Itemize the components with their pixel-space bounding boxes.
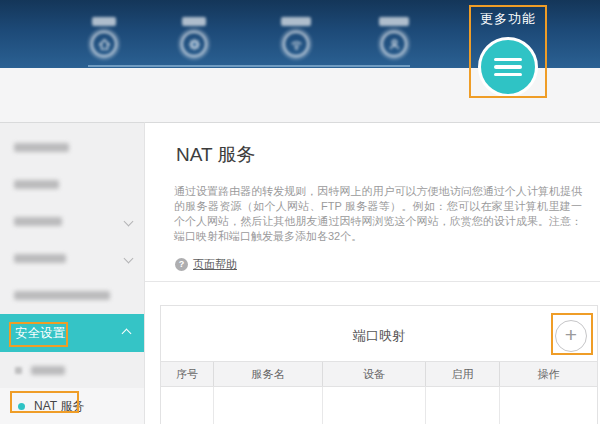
redacted-nav-label [182,17,206,26]
hamburger-icon [494,58,522,62]
sidebar-subitem-nat-service[interactable]: NAT 服务 [0,388,144,424]
sidebar: 安全设置 NAT 服务 [0,122,145,424]
column-header-service: 服务名 [214,362,323,386]
column-header-device: 设备 [323,362,426,386]
chevron-up-icon [122,328,132,338]
home-icon [91,31,117,57]
redacted-nav-label [92,17,116,26]
router-admin-screen: 更多功能 安全设置 [0,0,600,424]
column-header-enable: 启用 [426,362,500,386]
column-header-index: 序号 [161,362,214,386]
gear-icon [181,31,207,57]
page-title: NAT 服务 [176,142,600,168]
security-settings-label: 安全设置 [15,325,65,342]
more-functions-button[interactable] [478,37,538,97]
page-help[interactable]: ? 页面帮助 [175,257,600,272]
sidebar-subitem-redacted[interactable] [0,352,144,388]
bullet-icon [15,367,22,374]
sidebar-item-redacted-5[interactable] [0,277,144,314]
main-content: NAT 服务 通过设置路由器的转发规则，因特网上的用户可以方便地访问您通过个人计… [145,122,600,424]
chevron-down-icon [124,217,134,227]
chevron-down-icon [124,254,134,264]
page-description: 通过设置路由器的转发规则，因特网上的用户可以方便地访问您通过个人计算机提供的服务… [174,184,582,244]
wifi-icon [283,31,309,57]
sidebar-item-redacted-1[interactable] [0,129,144,166]
add-rule-button[interactable]: + [555,320,587,352]
port-mapping-panel: 端口映射 + 序号 服务名 设备 启用 操作 [160,305,598,424]
section-divider [145,281,600,282]
sidebar-item-redacted-2[interactable] [0,166,144,203]
nav-item-redacted-3[interactable] [261,0,331,68]
page-help-link[interactable]: 页面帮助 [193,257,237,272]
nat-service-label: NAT 服务 [34,398,84,415]
sidebar-item-redacted-3[interactable] [0,203,144,240]
panel-header: 端口映射 + [161,306,597,361]
redacted-nav-label [281,17,311,26]
sidebar-group-security-settings[interactable]: 安全设置 [0,314,144,352]
table-header-row: 序号 服务名 设备 启用 操作 [161,361,597,387]
active-bullet-icon [18,403,25,410]
redacted-nav-label [379,17,409,26]
nav-item-redacted-2[interactable] [159,0,229,68]
panel-title: 端口映射 [161,327,597,345]
sidebar-item-redacted-4[interactable] [0,240,144,277]
column-header-action: 操作 [500,362,597,386]
question-mark-icon: ? [175,258,188,271]
nav-item-redacted-4[interactable] [359,0,429,68]
nav-item-redacted-1[interactable] [69,0,139,68]
table-empty-row [161,387,597,424]
more-functions-label: 更多功能 [469,10,547,28]
user-icon [381,31,407,57]
